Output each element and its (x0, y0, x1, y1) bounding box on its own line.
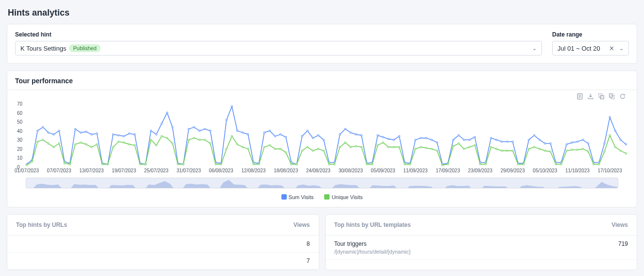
y-tick: 60 (17, 110, 22, 115)
svg-point-47 (237, 130, 238, 131)
x-tick: 05/09/2023 (371, 168, 395, 173)
svg-point-38 (188, 128, 190, 129)
svg-point-214 (534, 147, 535, 148)
svg-point-146 (166, 137, 168, 139)
svg-point-142 (145, 164, 146, 165)
svg-point-155 (215, 164, 216, 165)
svg-point-175 (323, 150, 324, 151)
svg-point-139 (128, 144, 130, 145)
reset-zoom-icon[interactable] (609, 93, 615, 101)
row-title: Tour triggers (334, 240, 411, 247)
svg-point-56 (285, 136, 287, 138)
svg-point-152 (199, 139, 200, 141)
svg-point-124 (48, 143, 49, 144)
svg-point-179 (345, 142, 346, 143)
svg-point-111 (582, 139, 584, 141)
svg-point-197 (442, 165, 443, 166)
svg-point-13 (53, 134, 54, 135)
svg-point-18 (80, 132, 81, 133)
svg-point-68 (350, 132, 351, 133)
svg-point-203 (474, 145, 475, 146)
clear-date-icon[interactable]: ✕ (607, 45, 616, 52)
svg-point-34 (166, 112, 168, 113)
svg-point-55 (279, 134, 281, 135)
svg-point-128 (69, 164, 70, 165)
svg-point-187 (388, 147, 389, 148)
svg-point-108 (566, 144, 567, 145)
svg-point-104 (544, 143, 546, 144)
svg-point-228 (609, 134, 610, 136)
area-zoom-icon[interactable] (598, 93, 605, 101)
svg-point-102 (534, 134, 535, 136)
svg-point-199 (453, 146, 454, 147)
refresh-icon[interactable] (619, 93, 626, 101)
svg-point-122 (37, 141, 38, 142)
svg-point-163 (258, 164, 260, 165)
data-view-icon[interactable] (576, 93, 583, 101)
svg-point-148 (177, 164, 178, 165)
y-tick: 10 (17, 155, 22, 161)
svg-point-227 (604, 151, 605, 152)
svg-point-201 (463, 148, 465, 149)
table-row[interactable]: 8 (7, 236, 319, 253)
svg-point-161 (247, 148, 249, 149)
svg-point-211 (517, 164, 519, 165)
svg-point-117 (614, 130, 616, 131)
svg-point-213 (528, 148, 529, 149)
x-tick: 29/09/2023 (501, 168, 525, 173)
svg-point-91 (474, 136, 475, 138)
y-tick: 40 (17, 128, 22, 133)
table-row[interactable]: 7 (7, 253, 319, 270)
date-range-picker[interactable]: Jul 01 ~ Oct 20 ✕ ⌄ (552, 41, 629, 55)
svg-point-90 (469, 139, 470, 141)
svg-point-112 (588, 143, 589, 144)
selected-hint-label: Selected hint (15, 31, 542, 38)
svg-point-49 (247, 134, 249, 135)
svg-point-77 (399, 135, 400, 137)
svg-point-109 (571, 142, 573, 143)
x-tick: 31/07/2023 (176, 168, 201, 173)
x-tick: 11/09/2023 (403, 168, 428, 173)
selected-hint-dropdown[interactable]: K Tours Settings Published ⌄ (15, 41, 542, 55)
chevron-down-icon: ⌄ (532, 45, 537, 52)
svg-point-176 (328, 164, 330, 165)
svg-point-63 (323, 139, 324, 141)
svg-point-74 (383, 136, 384, 138)
row-views: 8 (307, 240, 310, 247)
filter-bar: Selected hint K Tours Settings Published… (7, 24, 637, 64)
svg-point-62 (317, 134, 319, 136)
x-tick: 01/07/2023 (15, 168, 39, 173)
selected-hint-value: K Tours Settings (20, 45, 66, 52)
svg-point-89 (463, 139, 465, 141)
svg-point-154 (209, 143, 211, 144)
svg-point-196 (436, 150, 438, 151)
table-views-header: Views (611, 221, 628, 228)
svg-point-164 (263, 147, 265, 148)
top-hints-templates-table: Top hints by URL templates Views Tour tr… (325, 214, 638, 270)
svg-point-231 (625, 153, 627, 154)
row-views: 7 (307, 258, 310, 264)
x-tick: 18/08/2023 (274, 168, 298, 173)
svg-point-134 (102, 164, 103, 165)
x-tick: 30/08/2023 (338, 168, 363, 173)
svg-point-35 (172, 127, 173, 128)
chart-legend: Sum Visits Unique Visits (16, 192, 628, 201)
line-chart[interactable]: 010203040506070 (27, 104, 626, 167)
svg-point-215 (539, 148, 540, 149)
svg-point-11 (42, 127, 44, 128)
svg-point-156 (220, 164, 222, 165)
range-brush[interactable] (26, 178, 618, 188)
svg-point-207 (496, 148, 497, 149)
svg-point-202 (469, 147, 470, 148)
save-image-icon[interactable] (587, 93, 594, 101)
svg-point-40 (199, 130, 200, 131)
svg-point-157 (226, 148, 227, 149)
svg-point-97 (506, 141, 508, 142)
svg-point-220 (566, 150, 567, 151)
table-row[interactable]: Tour triggers/[dynamic]/tours/detail/[dy… (326, 236, 637, 260)
svg-point-149 (183, 164, 184, 165)
svg-point-59 (301, 135, 303, 137)
svg-point-166 (274, 148, 276, 149)
x-tick: 19/07/2023 (112, 168, 136, 173)
top-hints-urls-table: Top hints by URLs Views 87 (7, 214, 319, 270)
